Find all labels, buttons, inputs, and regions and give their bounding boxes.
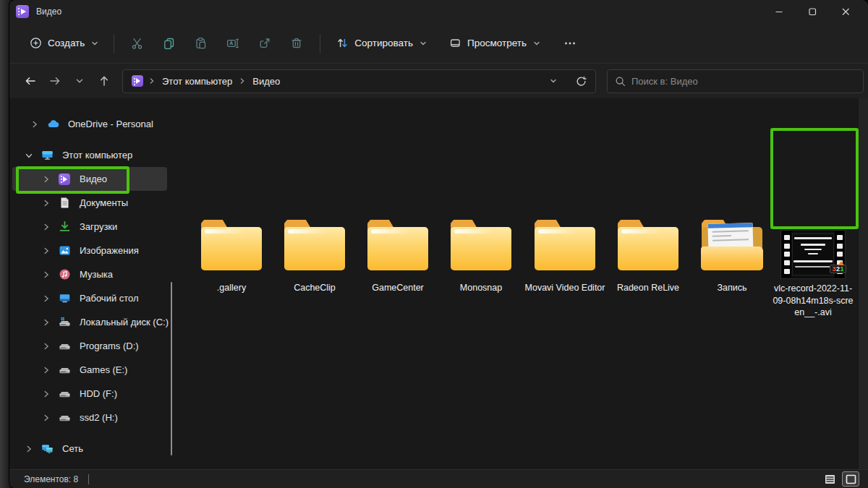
music-icon: [56, 268, 73, 281]
main-body: OneDrive - Personal Этот компьютер Видео: [9, 98, 868, 469]
sidebar-item-local-disk-c[interactable]: Локальный диск (C:): [12, 310, 167, 334]
recent-locations-button[interactable]: [67, 69, 92, 93]
breadcrumb-videos[interactable]: Видео: [251, 74, 281, 88]
chevron-down-icon: [549, 77, 558, 85]
system-drive-icon: [56, 316, 73, 328]
folder-icon: [283, 220, 346, 270]
refresh-button[interactable]: [572, 72, 590, 90]
minimize-button[interactable]: [762, 0, 796, 23]
sidebar-item-desktop[interactable]: Рабочий стол: [12, 286, 167, 310]
sidebar-item-network[interactable]: Сеть: [12, 437, 167, 461]
plus-circle-icon: [30, 37, 42, 49]
maximize-button[interactable]: [796, 0, 829, 23]
toolbar-separator: [114, 34, 114, 53]
chevron-right-icon[interactable]: [25, 120, 44, 129]
sidebar-item-programs-d[interactable]: Programs (D:): [12, 334, 167, 358]
chevron-right-icon[interactable]: [37, 318, 56, 327]
search-icon: [615, 76, 625, 87]
chevron-right-icon[interactable]: [20, 445, 38, 453]
sidebar-item-hdd-f[interactable]: HDD (F:): [12, 382, 167, 406]
more-icon: [563, 37, 576, 50]
videos-app-icon: [16, 5, 29, 18]
item-count: Элементов: 8: [24, 474, 78, 484]
folder-icon: [449, 220, 513, 270]
chevron-expanded-icon[interactable]: [20, 151, 38, 160]
maximize-icon: [807, 6, 818, 17]
file-tile-monosnap[interactable]: Monosnap: [441, 213, 522, 294]
sidebar-item-pictures[interactable]: Изображения: [12, 239, 167, 262]
chevron-right-icon[interactable]: [37, 270, 56, 279]
chevron-down-icon: [90, 39, 99, 48]
file-tile-vlc-record[interactable]: 321 vlc-record-2022-11-09-08h14m18s-scre…: [773, 213, 854, 319]
chevron-right-icon[interactable]: [37, 342, 56, 351]
vlc-badge: 321: [830, 265, 846, 273]
file-tile-movavi[interactable]: Movavi Video Editor: [524, 213, 605, 294]
drive-icon: [56, 364, 73, 376]
file-tile-cacheclip[interactable]: CacheClip: [274, 213, 355, 294]
chevron-right-icon[interactable]: [37, 390, 56, 398]
files-scrollbar-track[interactable]: [859, 98, 868, 469]
sidebar-item-downloads[interactable]: Загрузки: [12, 215, 167, 239]
sidebar-item-games-e[interactable]: Games (E:): [12, 358, 167, 382]
sidebar-item-ssd2-h[interactable]: ssd2 (H:): [12, 406, 167, 429]
videos-folder-icon: [56, 174, 73, 185]
search-box[interactable]: [607, 69, 864, 93]
address-bar[interactable]: Этот компьютер Видео: [122, 69, 596, 93]
sidebar-scrollbar[interactable]: [171, 282, 172, 455]
sidebar-item-onedrive[interactable]: OneDrive - Personal: [12, 112, 167, 136]
chevron-right-icon[interactable]: [37, 175, 56, 184]
document-icon: [56, 197, 73, 209]
up-button[interactable]: [92, 69, 116, 93]
refresh-icon: [576, 76, 587, 87]
network-icon: [38, 442, 56, 455]
drive-icon: [56, 388, 73, 400]
rename-button[interactable]: [217, 29, 249, 58]
copy-button[interactable]: [153, 29, 185, 58]
more-button[interactable]: [554, 29, 586, 58]
back-button[interactable]: [18, 69, 43, 93]
breadcrumb-chevron-icon: [148, 77, 156, 85]
arrow-left-icon: [24, 74, 37, 87]
video-thumbnail: 321: [781, 231, 845, 278]
chevron-right-icon[interactable]: [37, 366, 56, 374]
close-button[interactable]: [829, 0, 862, 23]
chevron-right-icon[interactable]: [37, 414, 56, 422]
chevron-right-icon[interactable]: [37, 223, 56, 231]
folder-icon: [616, 220, 680, 270]
status-bar: Элементов: 8: [9, 469, 868, 488]
onedrive-cloud-icon: [44, 118, 61, 130]
cut-icon: [131, 37, 144, 50]
view-button[interactable]: Просмотреть: [441, 31, 550, 55]
address-dropdown-button[interactable]: [545, 72, 562, 90]
chevron-down-icon: [419, 39, 427, 48]
sidebar-item-videos[interactable]: Видео: [12, 167, 167, 191]
share-icon: [258, 37, 271, 50]
chevron-right-icon[interactable]: [37, 247, 56, 255]
view-icon: [449, 37, 461, 49]
cut-button[interactable]: [122, 29, 153, 58]
share-button[interactable]: [249, 29, 281, 58]
navigation-pane: OneDrive - Personal Этот компьютер Видео: [9, 98, 177, 469]
paste-button[interactable]: [185, 29, 217, 58]
forward-button[interactable]: [43, 69, 67, 93]
folder-icon: [366, 220, 430, 270]
file-tile-radeon-relive[interactable]: Radeon ReLive: [608, 213, 689, 294]
open-folder-icon: [700, 220, 764, 270]
breadcrumb-this-pc[interactable]: Этот компьютер: [161, 74, 234, 88]
file-tile-gallery[interactable]: .gallery: [191, 213, 272, 294]
sidebar-item-this-pc[interactable]: Этот компьютер: [12, 143, 167, 167]
chevron-right-icon[interactable]: [37, 294, 56, 303]
search-input[interactable]: [631, 76, 856, 87]
toolbar-separator: [320, 34, 320, 53]
file-tile-zapis[interactable]: Запись: [692, 213, 773, 294]
new-button[interactable]: Создать: [22, 31, 106, 55]
details-view-button[interactable]: [821, 471, 838, 487]
file-tile-gamecenter[interactable]: GameCenter: [357, 213, 438, 294]
delete-button[interactable]: [281, 29, 312, 58]
thumbnail-view-button[interactable]: [842, 471, 859, 487]
sort-button[interactable]: Сортировать: [328, 31, 436, 55]
sidebar-item-music[interactable]: Музыка: [12, 262, 167, 286]
sidebar-item-documents[interactable]: Документы: [12, 191, 167, 215]
chevron-down-icon: [532, 39, 541, 48]
chevron-right-icon[interactable]: [37, 199, 56, 207]
